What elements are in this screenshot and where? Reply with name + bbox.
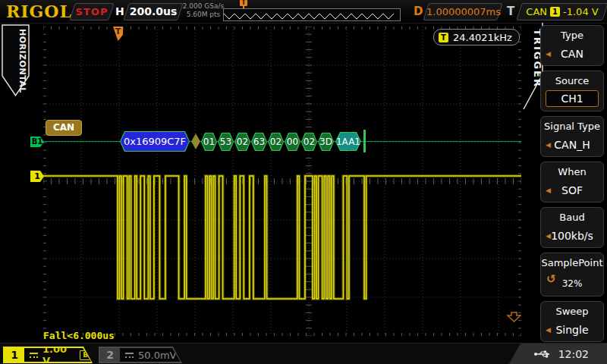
menu-item-value: SOF <box>541 184 603 196</box>
trigger-type: CAN <box>526 4 547 20</box>
decode-data-byte: 02 <box>301 133 317 151</box>
byte-value: 02 <box>268 133 284 151</box>
crc-box: 1AA1 <box>335 132 361 151</box>
run-status-text: STOP <box>73 4 111 20</box>
rigol-logo: RIGOL <box>6 2 72 21</box>
trigger-level-value: -1.04 V <box>563 4 599 20</box>
measurement-text: Fall<6.000us <box>43 330 115 341</box>
menu-item-source[interactable]: Source ◀ ↺ CH1 <box>540 71 604 111</box>
run-status-badge: STOP <box>69 3 114 20</box>
menu-item-label: SamplePoint <box>541 253 603 268</box>
menu-item-value: Single <box>541 324 603 336</box>
channel2-scale: 50.0mV <box>138 350 177 361</box>
decode-data-byte: 53 <box>218 133 234 151</box>
menu-item-label: Type <box>541 26 603 41</box>
byte-value: 63 <box>251 133 267 151</box>
menu-item-label: Signal Type <box>541 117 603 132</box>
crc-value: 1AA1 <box>335 132 361 151</box>
frame-end-bar <box>363 130 366 152</box>
counter-trigger-icon: T <box>439 33 448 42</box>
menu-item-samplepoint[interactable]: SamplePoint ◀ ↺ 32% <box>540 253 604 297</box>
delay-badge: 1.00000007ms <box>423 3 502 20</box>
trigger-label: T <box>507 5 514 18</box>
channel1-ground-marker: 1 <box>30 171 44 182</box>
counter-value: 24.4021kHz <box>453 32 512 43</box>
byte-value: 02 <box>234 133 250 151</box>
decode-data-byte: 3D <box>318 133 334 151</box>
svg-text:HORIZONTAL: HORIZONTAL <box>17 29 27 93</box>
acquisition-info: 2.000 GSa/s 5.60M pts <box>182 2 225 19</box>
overview-waveform <box>224 11 398 20</box>
menu-item-signal-type[interactable]: Signal Type ◀ ↺ CAN_H <box>540 116 604 157</box>
system-status-panel: 12:02 <box>508 344 607 364</box>
top-status-bar: RIGOL STOP H 200.0us 2.000 GSa/s 5.60M p… <box>0 0 607 24</box>
byte-value: 02 <box>301 133 317 151</box>
byte-value: 01 <box>201 133 217 151</box>
frame-id-value: 0x16909C7F <box>120 131 190 152</box>
bus-marker: B1 <box>30 136 44 147</box>
menu-item-label: Baud <box>541 208 603 223</box>
decode-data-byte: 02 <box>234 133 250 151</box>
dc-coupling-icon <box>30 353 38 358</box>
dc-coupling-icon <box>125 353 134 358</box>
menu-item-value: CH1 <box>546 90 599 107</box>
waveform-overview-strip <box>223 8 401 21</box>
menu-item-when[interactable]: When ◀ ↺ SOF <box>540 162 604 202</box>
memory-depth: 5.60M pts <box>182 11 225 19</box>
bottom-bar: 1 1.00 V B 2 50.0mV <box>0 343 607 364</box>
horizontal-tab: HORIZONTAL <box>2 24 32 100</box>
channel2-number: 2 <box>100 348 120 362</box>
menu-item-baud[interactable]: Baud ◀ ↺ 100kb/s <box>540 207 604 248</box>
sample-rate: 2.000 GSa/s <box>182 2 225 11</box>
trigger-channel-chip: 1 <box>550 7 560 17</box>
menu-item-value: CAN_H <box>541 139 603 151</box>
menu-item-label: Sweep <box>541 302 603 317</box>
channel1-number: 1 <box>5 348 24 362</box>
bus-label: CAN <box>46 120 82 136</box>
byte-value: 3D <box>318 133 334 151</box>
delay-value: 1.00000007ms <box>426 4 499 20</box>
oscilloscope-screen: RIGOL STOP H 200.0us 2.000 GSa/s 5.60M p… <box>0 0 607 364</box>
menu-item-value: CAN <box>541 48 603 60</box>
byte-value: 00 <box>285 133 300 151</box>
delay-label: D <box>414 5 423 18</box>
decode-data-byte: 00 <box>285 133 300 151</box>
trigger-settings-badge: CAN 1 -1.04 V <box>516 3 607 20</box>
decode-data-bytes: 01 53 02 63 02 00 02 3D <box>201 133 334 151</box>
decode-data-byte: 63 <box>251 133 267 151</box>
usb-icon <box>533 350 553 359</box>
decode-data-byte: 02 <box>268 133 284 151</box>
timebase-value: 200.0us <box>127 4 180 20</box>
channel1-waveform <box>43 27 521 336</box>
frame-id-box: 0x16909C7F <box>120 131 190 152</box>
clock: 12:02 <box>558 348 589 360</box>
timebase-badge: 200.0us <box>123 3 183 20</box>
menu-item-type[interactable]: Type ◀ ↺ CAN <box>540 25 604 66</box>
horizontal-label: H <box>115 5 124 17</box>
frequency-counter: T 24.4021kHz <box>433 29 520 46</box>
channel2-badge[interactable]: 2 50.0mV <box>99 347 182 363</box>
decode-data-byte: 01 <box>201 133 217 151</box>
byte-value: 53 <box>218 133 234 151</box>
menu-item-value: 32% <box>541 278 603 289</box>
trigger-position-flag-icon: T <box>240 0 247 8</box>
menu-item-value: 100kb/s <box>541 230 603 242</box>
channel1-badge[interactable]: 1 1.00 V B <box>3 347 93 363</box>
menu-item-sweep[interactable]: Sweep ◀ ↺ Single <box>540 301 604 342</box>
menu-item-label: Source <box>541 71 603 86</box>
menu-item-label: When <box>541 162 603 177</box>
menu-panel: Type ◀ ↺ CAN Source ◀ ↺ CH1 Signal Type … <box>540 25 604 347</box>
